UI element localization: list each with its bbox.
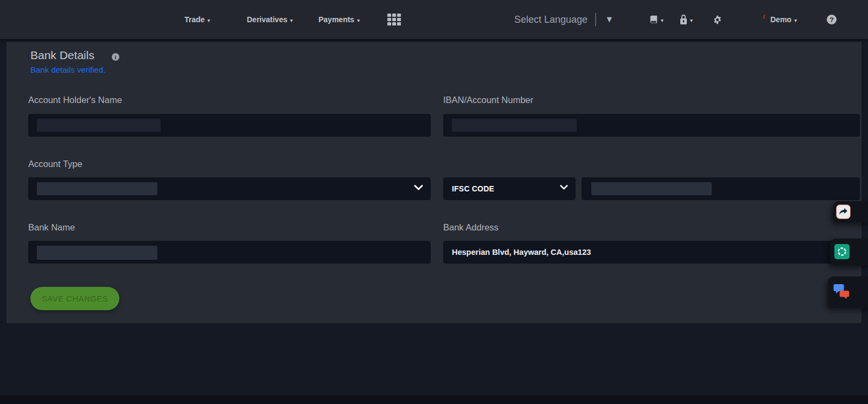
nav-menu-derivatives[interactable]: Derivatives ▾	[247, 0, 293, 39]
apps-grid-icon[interactable]	[387, 14, 401, 26]
share-arrow-icon	[839, 208, 848, 216]
info-icon[interactable]: i	[112, 53, 119, 61]
chatgpt-logo-icon	[837, 246, 847, 257]
ifsc-code-select[interactable]: IFSC CODE	[443, 177, 576, 200]
lock-menu[interactable]: ▾	[679, 0, 693, 39]
divider	[595, 13, 596, 26]
language-selector[interactable]: Select Language ▼	[514, 0, 614, 39]
ifsc-selected-option: IFSC CODE	[452, 177, 494, 200]
top-navbar: Trade ▾ Derivatives ▾ Payments ▾ Select …	[0, 0, 868, 39]
bank-name-input[interactable]	[28, 241, 431, 264]
chevron-down-icon	[560, 184, 568, 190]
help-icon: ?	[827, 15, 837, 24]
chatgpt-button[interactable]	[834, 244, 850, 259]
language-dropdown-triangle-icon[interactable]: ▼	[605, 15, 614, 24]
chatgpt-widget-tab	[830, 239, 868, 266]
ifsc-code-input[interactable]	[582, 177, 860, 200]
share-widget-tab	[833, 201, 868, 223]
redacted-value-block	[37, 246, 157, 260]
app-screen: Trade ▾ Derivatives ▾ Payments ▾ Select …	[0, 0, 868, 404]
nav-menu-payments[interactable]: Payments ▾	[318, 0, 360, 39]
demo-account-label: Demo	[770, 15, 792, 24]
book-menu[interactable]: ▾	[649, 0, 663, 39]
chat-bubbles-button[interactable]	[833, 283, 851, 302]
account-holder-input[interactable]	[28, 114, 431, 137]
gear-icon	[713, 15, 722, 24]
select-language-label[interactable]: Select Language	[514, 14, 588, 25]
redacted-value-block	[452, 119, 577, 132]
padlock-icon	[679, 15, 688, 24]
nav-menu-trade[interactable]: Trade ▾	[184, 0, 210, 39]
chevron-down-icon: ▾	[690, 17, 693, 23]
account-type-label: Account Type	[28, 159, 82, 169]
chat-bubbles-icon	[833, 283, 851, 302]
share-button[interactable]	[836, 204, 851, 219]
iban-label: IBAN/Account Number	[443, 95, 533, 105]
iban-input[interactable]	[443, 114, 860, 137]
nav-menu-derivatives-label: Derivatives	[247, 15, 288, 24]
bank-address-label: Bank Address	[443, 222, 499, 233]
chevron-down-icon: ▾	[207, 17, 210, 23]
book-icon	[649, 15, 659, 24]
help-button[interactable]: ?	[827, 0, 837, 39]
bank-name-label: Bank Name	[28, 222, 75, 233]
redacted-value-block	[591, 182, 712, 195]
redacted-value-block	[37, 119, 161, 132]
bank-address-input[interactable]: Hesperian Blvd, Hayward, CA,usa123	[443, 241, 860, 264]
bank-address-value: Hesperian Blvd, Hayward, CA,usa123	[452, 241, 591, 264]
settings-button[interactable]	[713, 0, 722, 39]
bottom-strip	[0, 395, 868, 404]
bank-details-panel: Bank Details i Bank details verified. Ac…	[7, 42, 861, 323]
chevron-down-icon: ▾	[357, 17, 360, 23]
nav-menu-trade-label: Trade	[184, 15, 205, 24]
chevron-down-icon: ▾	[661, 17, 663, 23]
account-type-select[interactable]	[28, 177, 431, 200]
redacted-value-block	[37, 182, 157, 195]
chevron-down-icon: ▾	[794, 17, 797, 23]
chevron-down-icon: ▾	[290, 17, 293, 23]
account-holder-label: Account Holder's Name	[28, 95, 122, 105]
nav-menu-payments-label: Payments	[318, 15, 354, 24]
red-mark-icon	[763, 15, 765, 19]
nav-menu-demo[interactable]: Demo ▾	[770, 0, 797, 39]
verified-status-text: Bank details verified.	[30, 65, 105, 74]
chat-widget-tab	[828, 277, 868, 308]
save-changes-button[interactable]: SAVE CHANGES	[30, 287, 119, 310]
chevron-down-icon	[414, 184, 423, 191]
page-title: Bank Details	[30, 49, 94, 62]
